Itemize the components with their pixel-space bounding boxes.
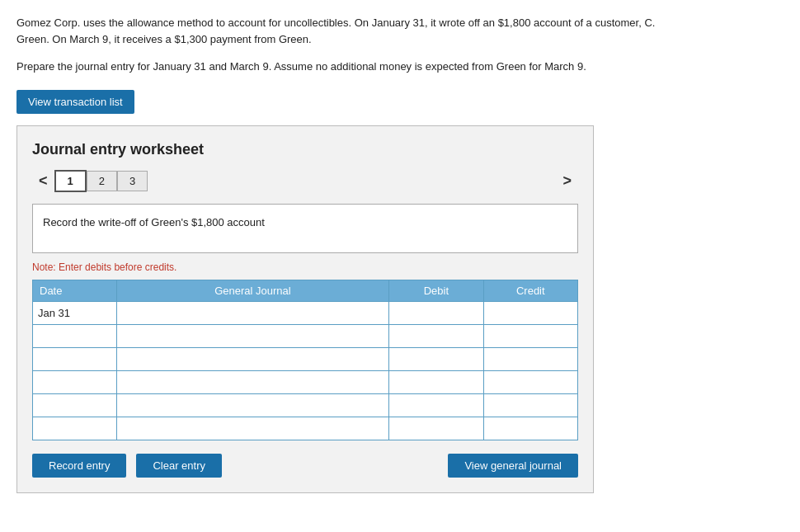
tab-prev-button[interactable]: < (32, 171, 54, 191)
credit-input[interactable] (484, 325, 577, 347)
intro-line1: Gomez Corp. uses the allowance method to… (16, 15, 784, 47)
tab-2[interactable]: 2 (87, 171, 117, 191)
gj-input[interactable] (117, 325, 389, 347)
table-row (33, 393, 578, 417)
gj-cell[interactable] (116, 324, 389, 347)
view-transaction-button[interactable]: View transaction list (16, 90, 134, 114)
gj-input[interactable] (117, 371, 389, 393)
credit-cell[interactable] (483, 393, 577, 417)
credit-cell[interactable] (483, 324, 577, 347)
date-cell: Jan 31 (33, 301, 117, 324)
tab-3[interactable]: 3 (117, 171, 148, 191)
gj-cell[interactable] (116, 393, 389, 417)
description-box: Record the write-off of Green's $1,800 a… (32, 204, 578, 253)
debit-input[interactable] (389, 348, 482, 370)
worksheet-title: Journal entry worksheet (32, 141, 578, 158)
credit-input[interactable] (484, 348, 577, 370)
debit-input[interactable] (389, 394, 482, 417)
worksheet-container: Journal entry worksheet < 1 2 3 > Record… (16, 125, 594, 493)
debit-cell[interactable] (389, 393, 483, 417)
tab-row: < 1 2 3 > (32, 170, 578, 192)
gj-input[interactable] (117, 394, 389, 417)
debit-cell[interactable] (389, 370, 483, 393)
table-row (33, 370, 578, 393)
record-entry-button[interactable]: Record entry (32, 454, 126, 478)
gj-cell[interactable] (116, 417, 389, 440)
view-general-journal-button[interactable]: View general journal (448, 454, 578, 478)
gj-input[interactable] (117, 348, 389, 370)
debit-cell[interactable] (389, 417, 483, 440)
gj-cell[interactable] (116, 370, 389, 393)
journal-table: Date General Journal Debit Credit Jan 31 (32, 280, 578, 440)
clear-entry-button[interactable]: Clear entry (136, 454, 222, 478)
date-cell (33, 417, 117, 440)
action-row: Record entry Clear entry View general jo… (32, 454, 578, 478)
tab-1[interactable]: 1 (54, 170, 87, 192)
table-row (33, 417, 578, 440)
tab-next-button[interactable]: > (556, 171, 578, 191)
date-cell (33, 370, 117, 393)
credit-input[interactable] (484, 302, 577, 324)
gj-cell[interactable] (116, 301, 389, 324)
debit-cell[interactable] (389, 347, 483, 370)
col-header-credit: Credit (483, 280, 577, 301)
note-text: Note: Enter debits before credits. (32, 261, 578, 273)
credit-cell[interactable] (483, 370, 577, 393)
gj-input[interactable] (117, 417, 389, 440)
gj-input[interactable] (117, 302, 389, 324)
col-header-debit: Debit (389, 280, 483, 301)
table-row (33, 347, 578, 370)
credit-input[interactable] (484, 417, 577, 440)
gj-cell[interactable] (116, 347, 389, 370)
date-cell (33, 347, 117, 370)
date-cell (33, 393, 117, 417)
credit-input[interactable] (484, 371, 577, 393)
debit-cell[interactable] (389, 301, 483, 324)
credit-cell[interactable] (483, 347, 577, 370)
table-row (33, 324, 578, 347)
col-header-gj: General Journal (116, 280, 389, 301)
debit-cell[interactable] (389, 324, 483, 347)
date-cell (33, 324, 117, 347)
credit-cell[interactable] (483, 301, 577, 324)
credit-input[interactable] (484, 394, 577, 417)
debit-input[interactable] (389, 325, 482, 347)
credit-cell[interactable] (483, 417, 577, 440)
debit-input[interactable] (389, 302, 482, 324)
table-row: Jan 31 (33, 301, 578, 324)
col-header-date: Date (33, 280, 117, 301)
prepare-text: Prepare the journal entry for January 31… (16, 59, 784, 75)
debit-input[interactable] (389, 417, 482, 440)
debit-input[interactable] (389, 371, 482, 393)
